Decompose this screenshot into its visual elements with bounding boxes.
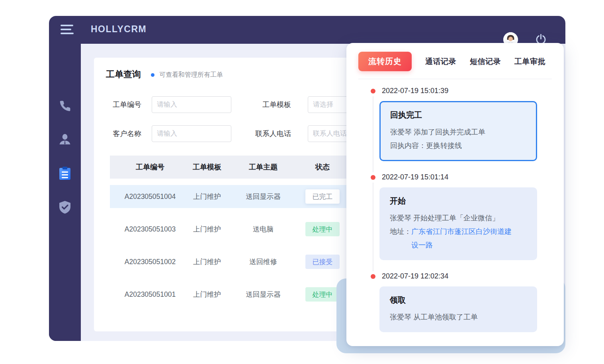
sidebar-item-workorders[interactable] [55,164,74,183]
user-icon [58,132,72,147]
column-header: 工单主题 [224,162,303,172]
timeline-card-title: 开始 [390,196,527,206]
address-link[interactable]: 广东省江门市蓬江区白沙街道建设一路 [411,225,512,252]
status-badge: 已接受 [305,255,340,269]
cell-subject: 送电脑 [224,224,303,234]
filter-label-customer: 客户名称 [113,129,152,138]
cell-subject: 送回显示器 [224,290,303,299]
app-header: HOLLYCRM [49,16,565,44]
address-label: 地址： [390,225,411,252]
tab-sms-records[interactable]: 短信记录 [470,56,501,67]
sidebar [49,44,81,341]
timeline-dot [371,89,375,93]
tab-flow-history[interactable]: 流转历史 [358,52,412,71]
timeline-card: 领取 张爱琴 从工单池领取了工单 [379,286,537,332]
timeline: 2022-07-19 15:01:39 回执完工 张爱琴 添加了回执并完成工单 … [346,79,564,332]
timeline-card-title: 回执完工 [390,110,526,121]
sidebar-item-calls[interactable] [55,96,74,115]
sidebar-item-security[interactable] [55,198,74,217]
status-badge: 处理中 [305,287,340,302]
timeline-card-text: 张爱琴 从工单池领取了工单 [390,310,527,324]
clipboard-icon [58,166,72,181]
timeline-card-text: 回执内容：更换转接线 [390,139,526,152]
page-title: 工单查询 [106,68,141,80]
screenshot-stage: HOLLYCRM [0,0,604,364]
cell-template: 上门维护 [190,290,224,299]
timeline-dot [371,175,375,180]
customer-name-input[interactable] [152,125,231,142]
timeline-dot [371,274,375,279]
page-subtitle: 可查看和管理所有工单 [159,71,223,79]
status-badge: 处理中 [305,222,340,236]
timeline-card: 开始 张爱琴 开始处理工单「企业微信」 地址： 广东省江门市蓬江区白沙街道建设一… [379,187,537,260]
panel-tabs: 流转历史 通话记录 短信记录 工单审批 [346,43,564,71]
tab-call-records[interactable]: 通话记录 [425,56,456,67]
filter-label-order-id: 工单编号 [113,100,152,109]
cell-subject: 送回维修 [224,257,303,267]
timeline-entry: 2022-07-19 15:01:39 回执完工 张爱琴 添加了回执并完成工单 … [379,87,537,161]
cell-template: 上门维护 [190,192,224,201]
cell-order-id: A202305051004 [110,193,190,201]
app-title: HOLLYCRM [91,24,147,35]
cell-order-id: A202305051003 [110,225,190,234]
menu-icon[interactable] [61,25,75,35]
timeline-card-text: 张爱琴 添加了回执并完成工单 [390,125,526,139]
timeline-connector [373,183,373,271]
status-badge: 已完工 [305,189,340,204]
cell-order-id: A202305051002 [110,258,190,266]
column-header: 工单模板 [190,162,224,172]
timeline-timestamp: 2022-07-19 15:01:39 [382,87,537,95]
timeline-connector [373,96,373,172]
timeline-timestamp: 2022-07-19 12:02:34 [382,272,537,280]
cell-template: 上门维护 [190,224,224,234]
timeline-entry: 2022-07-19 15:01:14 开始 张爱琴 开始处理工单「企业微信」 … [379,173,537,260]
timeline-card-title: 领取 [390,295,527,306]
filter-label-contact-phone: 联系人电话 [244,129,291,138]
column-header: 工单编号 [110,162,190,172]
history-panel: 流转历史 通话记录 短信记录 工单审批 2022-07-19 15:01:39 … [346,43,564,346]
column-header: 状态 [303,162,342,172]
timeline-timestamp: 2022-07-19 15:01:14 [382,173,537,181]
cell-template: 上门维护 [190,257,224,267]
sidebar-item-customers[interactable] [55,130,74,149]
title-dot [151,73,154,77]
cell-order-id: A202305051001 [110,290,190,299]
filter-label-template: 工单模板 [244,100,291,109]
shield-check-icon [59,200,71,214]
phone-icon [59,100,71,112]
cell-subject: 送回显示器 [224,192,303,201]
order-id-input[interactable] [152,96,231,113]
timeline-card-text: 张爱琴 开始处理工单「企业微信」 [390,211,527,225]
timeline-card-selected[interactable]: 回执完工 张爱琴 添加了回执并完成工单 回执内容：更换转接线 [379,101,537,161]
timeline-entry: 2022-07-19 12:02:34 领取 张爱琴 从工单池领取了工单 [379,272,537,332]
tab-order-approval[interactable]: 工单审批 [514,56,545,67]
